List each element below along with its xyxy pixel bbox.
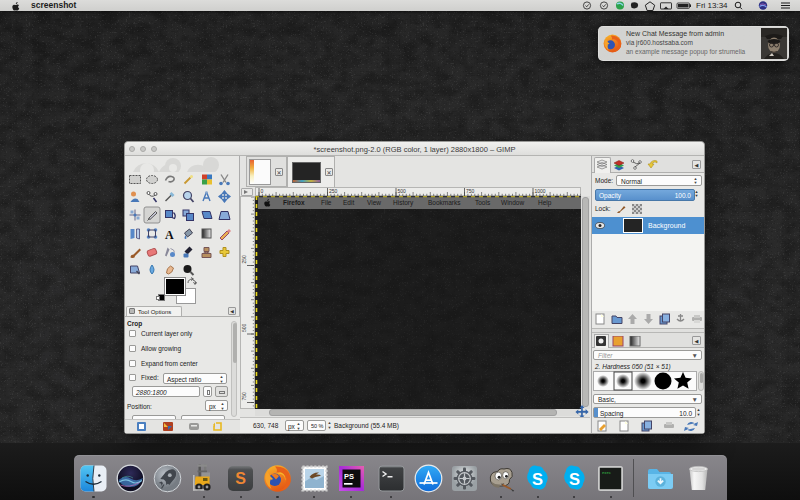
- svg-text:S: S: [235, 470, 246, 487]
- svg-text:S: S: [568, 469, 579, 487]
- svg-text:750: 750: [466, 188, 475, 194]
- svg-text:250: 250: [241, 255, 247, 264]
- svg-text:1000: 1000: [535, 188, 546, 194]
- svg-text:0: 0: [261, 188, 264, 194]
- svg-text:750: 750: [241, 392, 247, 401]
- svg-text:250: 250: [329, 188, 338, 194]
- svg-text:S: S: [532, 469, 543, 487]
- svg-text:500: 500: [398, 188, 407, 194]
- svg-text:exec: exec: [602, 470, 611, 474]
- svg-text:PS: PS: [344, 471, 354, 480]
- svg-text:A: A: [165, 228, 174, 242]
- svg-text:500: 500: [241, 323, 247, 332]
